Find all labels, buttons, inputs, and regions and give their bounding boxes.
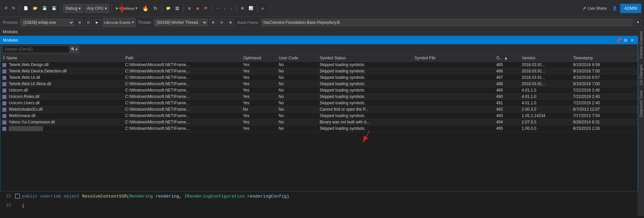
cell-timestamp: 7/17/2013 7:54 [571, 113, 637, 119]
cell-version: 4.01.1.0 [520, 94, 571, 100]
more-debug2-button[interactable]: ⋮ [267, 4, 274, 13]
breakpoints-button[interactable]: ⊕ [239, 4, 246, 13]
module-icon [2, 95, 6, 99]
thread-filter-button[interactable]: ⊞ [210, 19, 216, 26]
table-row[interactable]: Telerik.Web.Device.Detection.dll C:\Wind… [0, 68, 638, 74]
col-header-path[interactable]: Path [123, 55, 241, 62]
table-row[interactable]: Unicorn.Users.dll C:\Windows\Microsoft.N… [0, 100, 638, 106]
pause-button[interactable]: ⏸ [186, 4, 193, 13]
thread-dropdown[interactable]: [30168] Worker Thread [154, 19, 208, 26]
modules-title-bar: Modules 📌 ⧉ ✕ [0, 36, 638, 44]
step-out-button[interactable]: ↑ [229, 4, 234, 13]
lifecycle-toggle[interactable]: ▶ [94, 19, 100, 26]
live-share-button[interactable]: ↗ Live Share [579, 5, 609, 12]
module-icon [2, 76, 6, 80]
open-button[interactable]: 📂 [31, 4, 39, 13]
cell-symbol-status: Skipped loading symbols. [317, 68, 412, 74]
cell-symbol-file [412, 106, 494, 113]
cell-symbol-status: Skipped loading symbols. [317, 62, 412, 68]
refresh-button[interactable]: ↻ [152, 4, 159, 13]
new-button[interactable]: 📄 [22, 4, 30, 13]
cell-version: 2018.03.91... [520, 74, 571, 81]
col-header-optimized[interactable]: Optimized [241, 55, 277, 62]
hot-reload-button[interactable]: 🔥 [140, 4, 151, 13]
col-header-name[interactable]: ⠿ Name [0, 55, 123, 62]
cell-optimized: Yes [241, 87, 277, 94]
step-into-button[interactable]: ↓ [222, 4, 228, 13]
modules-table-wrapper[interactable]: ⠿ Name Path Optimized User Code Symbol S… [0, 55, 638, 208]
cell-optimized: Yes [241, 94, 277, 100]
breakpoint-indicator-21[interactable] [15, 194, 20, 199]
lifecycle-dropdown[interactable]: Lifecycle Events ▾ [102, 18, 136, 27]
col-header-symbol-status[interactable]: Symbol Status [317, 55, 412, 62]
screenshot-button[interactable]: 🖼 [174, 4, 181, 13]
stack-frame-expand[interactable]: ▼ [635, 19, 641, 26]
table-row[interactable]: Yahoo.Yui.Compressor.dll C:\Windows\Micr… [0, 119, 638, 125]
cell-symbol-file [412, 81, 494, 87]
debug-mode-label: Debug [66, 6, 77, 11]
redo-button[interactable]: ↻ [10, 4, 17, 13]
line-number-22: 22 [0, 203, 15, 208]
col-header-timestamp[interactable]: Timestamp [571, 55, 637, 62]
more-debug-button[interactable]: ≡ [260, 4, 265, 13]
table-row[interactable]: WebGrease.dll C:\Windows\Microsoft.NET\F… [0, 113, 638, 119]
cell-o: 494 [494, 119, 520, 125]
cell-user-code: No [277, 94, 318, 100]
cell-name: Unicorn.Users.dll [0, 100, 123, 106]
chevron-down-icon2: ▾ [105, 6, 107, 11]
table-row[interactable]: Telerik.Web.Design.dll C:\Windows\Micros… [0, 62, 638, 68]
code-text-21: public override object ResolveContentSSR… [22, 194, 289, 199]
cell-optimized: Yes [241, 68, 277, 74]
cell-timestamp: 9/10/2018 6:57 [571, 74, 637, 81]
diagnostics-button[interactable]: 📊 [247, 4, 255, 13]
cell-path: C:\Windows\Microsoft.NET\Frame... [123, 68, 241, 74]
sidebar-tab-git-changes[interactable]: Git Changes [638, 62, 644, 88]
filter2-button[interactable]: ⊟ [85, 19, 92, 26]
debug-mode-dropdown[interactable]: Debug ▾ [63, 4, 83, 13]
sidebar-tab-diagnostic-tools[interactable]: Diagnostic Tools [638, 88, 644, 120]
table-row[interactable]: Telerik.Web.UI.dll C:\Windows\Microsoft.… [0, 74, 638, 81]
module-icon [2, 63, 6, 67]
platform-label: Any CPU [87, 6, 103, 11]
cell-path: C:\Windows\Microsoft.NET\Frame... [123, 81, 241, 87]
close-button[interactable]: ✕ [630, 38, 635, 43]
filter-button[interactable]: ⊞ [76, 19, 83, 26]
save-all-button[interactable]: 💾 [50, 4, 58, 13]
table-row[interactable]: ████████████ C:\Windows\Microsoft.NET\Fr… [0, 125, 638, 132]
table-row[interactable]: WebActivatorEx.dll C:\Windows\Microsoft.… [0, 106, 638, 113]
expand-button[interactable]: ⧉ [623, 38, 628, 43]
pin-button[interactable]: 📌 [616, 38, 621, 43]
thread-filter3-button[interactable]: ⊠ [227, 19, 234, 26]
thread-filter2-button[interactable]: ⊟ [218, 19, 225, 26]
sep8 [257, 4, 258, 12]
account-button[interactable]: 👤 [611, 4, 619, 13]
table-row[interactable]: Telerik.Web.UI.Skins.dll C:\Windows\Micr… [0, 81, 638, 87]
stop-button[interactable]: ⏹ [194, 4, 201, 13]
cell-version: 4.01.1.0 [520, 100, 571, 106]
col-header-symbol-file[interactable]: Symbol File [412, 55, 494, 62]
sidebar-tab-solution-explorer[interactable]: Solution Explorer [638, 28, 644, 62]
col-header-o[interactable]: O... ▲ [494, 55, 520, 62]
restart-button[interactable]: ⟳ [203, 4, 209, 13]
search-input[interactable] [2, 46, 70, 53]
debug-bar: Process: [15828] w3wp.exe ⊞ ⊟ ▶ Lifecycl… [0, 17, 644, 28]
platform-dropdown[interactable]: Any CPU ▾ [84, 4, 109, 13]
continue-button[interactable]: ▶ Continue ▾ [114, 4, 139, 13]
table-row[interactable]: Unicorn.Roles.dll C:\Windows\Microsoft.N… [0, 94, 638, 100]
table-row[interactable]: Unicorn.dll C:\Windows\Microsoft.NET\Fra… [0, 87, 638, 94]
cell-o: 492 [494, 106, 520, 113]
cell-o: 493 [494, 113, 520, 119]
sep3 [112, 4, 112, 12]
col-header-usercode[interactable]: User Code [277, 55, 318, 62]
col-header-version[interactable]: Version [520, 55, 571, 62]
search-button[interactable]: 🔍▾ [70, 46, 79, 53]
open-file-button[interactable]: 📁 [164, 4, 172, 13]
process-dropdown[interactable]: [15828] w3wp.exe [20, 19, 74, 26]
step-over-button[interactable]: → [214, 4, 221, 13]
cell-timestamp: 9/10/2018 7:00 [571, 68, 637, 74]
cell-name: Telerik.Web.UI.dll [0, 74, 123, 81]
stack-frame-input[interactable] [261, 19, 633, 26]
save-button[interactable]: 💾 [41, 4, 49, 13]
undo-button[interactable]: ↺ [3, 4, 9, 13]
admin-button[interactable]: ADMIN [620, 4, 641, 13]
